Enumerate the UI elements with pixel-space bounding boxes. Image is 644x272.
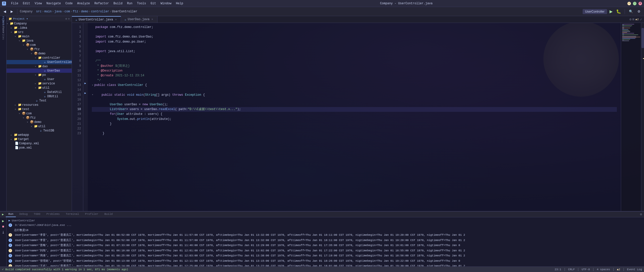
bc-demo[interactable]: demo — [81, 10, 88, 13]
tab-terminal[interactable]: Terminal — [63, 212, 82, 217]
tree-item-target[interactable]: ▸📁target — [7, 137, 72, 141]
expand-icon[interactable]: ⤢ — [640, 18, 642, 21]
run-config-selector[interactable]: UserController — [583, 9, 607, 14]
stop-button[interactable]: ■ — [2, 224, 5, 229]
menu-refactor[interactable]: Refactor — [92, 1, 111, 6]
tree-item-controller[interactable]: ▾📁controller — [7, 56, 72, 60]
rerun-button[interactable]: ▶ — [2, 218, 5, 224]
menu-build[interactable]: Build — [111, 1, 125, 6]
bottom-settings[interactable]: ⚙ — [640, 212, 642, 216]
tree-item-resources[interactable]: ▸📁resources — [7, 103, 72, 107]
tab-profiler[interactable]: Profiler — [83, 212, 101, 217]
menu-window[interactable]: Window — [158, 1, 173, 6]
tab-settings[interactable]: ⚙ — [629, 17, 631, 21]
tree-item-pom_xml[interactable]: 📄pom.xml — [7, 146, 72, 150]
minimize-button[interactable]: − — [627, 2, 631, 5]
tree-item-dao[interactable]: ▾📁dao — [7, 64, 72, 69]
line-num-12: 12 — [72, 78, 83, 83]
run-icon: ▶ — [2, 213, 4, 216]
editor-tab-actions: ⚙ ⊞ ▲2 ⤢ — [627, 16, 644, 23]
tree-item-util[interactable]: ▾📁util — [7, 124, 72, 128]
tree-item-po[interactable]: ▾📁po — [7, 73, 72, 77]
toolbar-back[interactable]: ◀ — [2, 9, 8, 14]
tree-item-user[interactable]: ☕User — [7, 77, 72, 81]
tab-problems[interactable]: Problems — [44, 212, 62, 217]
tab-usercontroller[interactable]: ☕ UserController.java × — [72, 16, 121, 23]
menu-help[interactable]: Help — [174, 1, 185, 6]
tree-item-main[interactable]: ▾📁main — [7, 34, 72, 39]
menu-run[interactable]: Run — [125, 1, 135, 6]
encoding[interactable]: CRLF — [568, 268, 575, 271]
editor-scrollbar[interactable] — [641, 23, 644, 211]
line-col[interactable]: 23:1 — [555, 268, 561, 271]
tree-item-_idea[interactable]: ▸📁.idea — [7, 26, 72, 30]
bc-ftz[interactable]: ftz — [73, 10, 78, 13]
tab-todo[interactable]: TODO — [31, 212, 43, 217]
bc-com[interactable]: com — [64, 10, 70, 13]
tab-build[interactable]: Build — [102, 212, 115, 217]
tab-layout[interactable]: ⊞ — [632, 17, 634, 21]
menu-navigate[interactable]: Navigate — [44, 1, 63, 6]
maximize-button[interactable]: □ — [633, 2, 636, 5]
tab-close-userdao[interactable]: × — [151, 18, 154, 21]
tree-item-service[interactable]: ▸📁service — [7, 81, 72, 86]
scrollbar-thumb[interactable] — [641, 28, 644, 48]
tab-debug[interactable]: Debug — [17, 212, 30, 217]
menu-git[interactable]: Git — [149, 1, 158, 6]
tab-userdao[interactable]: ☕ UserDao.java × — [121, 16, 157, 23]
tree-item-testdb[interactable]: ☕TestDB — [7, 128, 72, 133]
tree-item-demo[interactable]: ▾📦demo — [7, 120, 72, 124]
tree-item-util[interactable]: ▾📁util — [7, 86, 72, 90]
tree-item-ftz[interactable]: ▾📦ftz — [7, 116, 72, 120]
tree-item-company[interactable]: ▾📁Company — [7, 21, 72, 26]
line-num-21: 21 — [72, 122, 83, 126]
scroll-to-end[interactable]: ⤓ — [1, 230, 5, 235]
tree-item-usercontroller[interactable]: ☕UserController — [7, 60, 72, 64]
menu-view[interactable]: View — [33, 1, 44, 6]
bc-java[interactable]: java — [54, 10, 62, 13]
gutter-18 — [83, 105, 88, 110]
console-row-3: ! User{username='刘闯', post='普通员工', morti… — [7, 248, 644, 253]
tree-item-com[interactable]: ▾📦com — [7, 111, 72, 116]
indent[interactable]: 4 spaces — [597, 268, 610, 271]
debug-button[interactable]: 🐛 — [615, 9, 622, 14]
tree-item-dbutil[interactable]: ☕DBUtil — [7, 94, 72, 98]
tree-collapse[interactable]: ≡ — [68, 17, 70, 20]
tree-item-java[interactable]: ▾📁java — [7, 39, 72, 43]
code-editor[interactable]: package com.ftz.demo.controller; import … — [88, 23, 621, 211]
tree-item-com[interactable]: ▾📦com — [7, 43, 72, 47]
search-button[interactable]: 🔍 — [627, 9, 634, 14]
toolbar-forward[interactable]: ▶ — [9, 9, 15, 14]
tree-header: 📁 Project ▾ ⚙ ≡ — [7, 16, 72, 21]
toolbar-sep-2 — [625, 9, 625, 14]
close-button[interactable]: × — [638, 2, 642, 5]
side-favorites[interactable]: Favorites — [1, 30, 6, 36]
bc-main[interactable]: main — [44, 10, 52, 13]
tree-item-dateutil[interactable]: ☕DateUtil — [7, 90, 72, 94]
menu-file[interactable]: File — [9, 1, 20, 6]
menu-edit[interactable]: Edit — [21, 1, 32, 6]
run-button[interactable]: ▶ — [609, 9, 614, 14]
warning-count[interactable]: ▲2 — [617, 268, 620, 271]
tree-item-test[interactable]: ☕Test — [7, 98, 72, 103]
tree-item-src[interactable]: ▾📁src — [7, 30, 72, 34]
tree-settings[interactable]: ⚙ — [65, 17, 67, 20]
gutter-20 — [83, 115, 88, 120]
tree-item-ftz[interactable]: ▾📦ftz — [7, 47, 72, 51]
charset[interactable]: UTF-8 — [582, 268, 590, 271]
bc-usercontroller[interactable]: UserController — [112, 10, 137, 13]
menu-tools[interactable]: Tools — [135, 1, 148, 6]
tab-run[interactable]: Run — [6, 212, 16, 217]
tree-item-test[interactable]: ▾📁test — [7, 107, 72, 111]
event-log[interactable]: Event Log — [627, 268, 642, 271]
tree-item-userdao[interactable]: ☕UserDao — [7, 69, 72, 73]
tree-item-demo[interactable]: ▾📦demo — [7, 51, 72, 56]
settings-button[interactable]: ⚙ — [636, 9, 642, 14]
tree-item-webapp[interactable]: ▸📁webapp — [7, 133, 72, 137]
tab-close-usercontroller[interactable]: × — [114, 18, 117, 21]
bc-controller[interactable]: controller — [91, 10, 109, 13]
bc-src[interactable]: src — [36, 10, 42, 13]
menu-analyze[interactable]: Analyze — [75, 1, 92, 6]
tree-item-company_xml[interactable]: 📄Company.xml — [7, 141, 72, 146]
menu-code[interactable]: Code — [63, 1, 75, 6]
